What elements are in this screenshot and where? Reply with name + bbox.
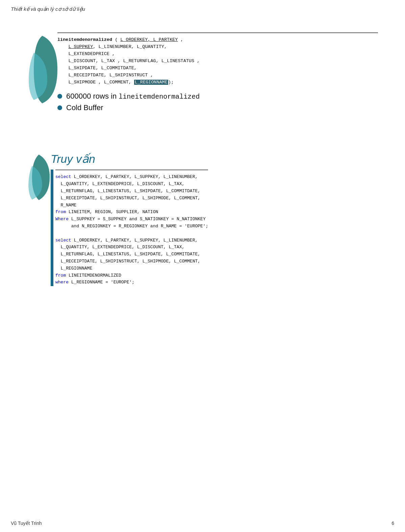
and-keyword-1: and (129, 217, 137, 222)
section-bottom-content: Truy vấn select L_ORDERKEY, L_PARTKEY, L… (51, 152, 378, 286)
query-block: select L_ORDERKEY, L_PARTKEY, L_SUPPKEY,… (55, 170, 208, 286)
highlighted-regionname: L_REGIONNAME (134, 80, 168, 85)
teal-decoration-bottom (27, 152, 51, 203)
bullet-list: 600000 rows in lineitemdenormalized Cold… (57, 92, 378, 112)
header-title: Thiết kế và quản lý cơ sở dữ liệu (11, 6, 85, 12)
bullet-text-rows: 600000 rows in lineitemdenormalized (66, 92, 200, 101)
section-top-content: lineitemdenormalized ( L_ORDERKEY, L_PAR… (57, 32, 378, 115)
teal-decoration-top (27, 32, 57, 107)
bullet-text-coldbuffer: Cold Buffer (66, 103, 103, 112)
query-left-bar (51, 170, 53, 286)
page-header: Thiết kế và quản lý cơ sở dữ liệu (0, 0, 405, 12)
page-footer: Vũ Tuyết Trinh 6 (11, 521, 394, 526)
footer-author: Vũ Tuyết Trinh (11, 521, 42, 526)
section-bottom: Truy vấn select L_ORDERKEY, L_PARTKEY, L… (0, 142, 405, 293)
query-block-wrapper: select L_ORDERKEY, L_PARTKEY, L_SUPPKEY,… (51, 170, 378, 286)
section-title-truyvấn: Truy vấn (51, 152, 378, 166)
code-keyword: lineitemdenormalized (57, 37, 112, 42)
bullet-dot-2 (57, 105, 62, 110)
bullet-dot-1 (57, 94, 62, 99)
section-top: lineitemdenormalized ( L_ORDERKEY, L_PAR… (0, 12, 405, 122)
code-block-top: lineitemdenormalized ( L_ORDERKEY, L_PAR… (57, 32, 378, 86)
footer-page: 6 (391, 521, 394, 526)
bullet-item-rows: 600000 rows in lineitemdenormalized (57, 92, 378, 101)
bullet-item-coldbuffer: Cold Buffer (57, 103, 378, 112)
